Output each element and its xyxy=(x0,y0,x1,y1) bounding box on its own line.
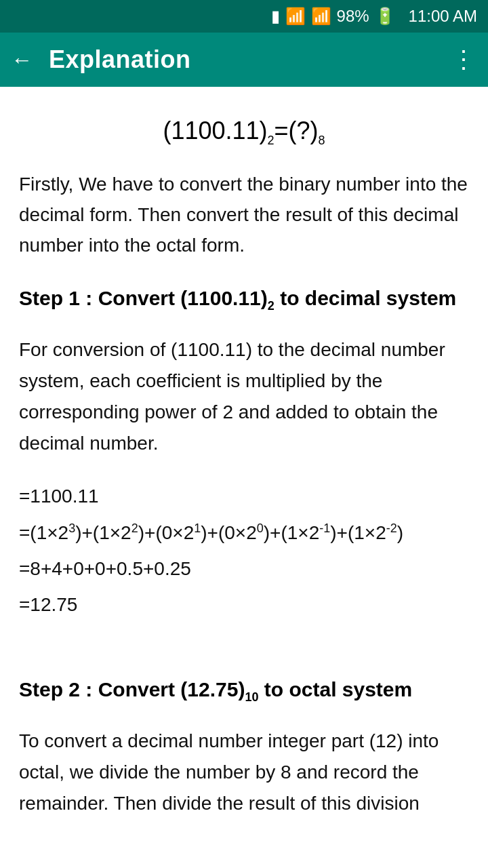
math-line-1: =1100.11 xyxy=(19,478,469,514)
math-calculations: =1100.11 =(1×23)+(1×22)+(0×21)+(0×20)+(1… xyxy=(19,478,469,623)
step1-body: For conversion of (1100.11) to the decim… xyxy=(19,334,469,460)
battery-text: 98% xyxy=(337,7,369,26)
clock: 11:00 AM xyxy=(409,7,477,26)
sim-icon: ▮ xyxy=(271,7,280,26)
signal2-icon: 📶 xyxy=(311,7,331,26)
battery-icon: 🔋 xyxy=(375,7,395,26)
spacer xyxy=(19,642,469,663)
more-options-button[interactable]: ⋮ xyxy=(451,45,477,74)
math-line-4: =12.75 xyxy=(19,587,469,623)
intro-paragraph: Firstly, We have to convert the binary n… xyxy=(19,170,469,260)
status-bar: ▮ 📶 📶 98% 🔋 11:00 AM xyxy=(0,0,488,33)
math-line-3: =8+4+0+0+0.5+0.25 xyxy=(19,551,469,587)
content-area: (1100.11)2=(?)8 Firstly, We have to conv… xyxy=(0,87,488,836)
page-title: Explanation xyxy=(49,45,451,74)
math-line-2: =(1×23)+(1×22)+(0×21)+(0×20)+(1×2-1)+(1×… xyxy=(19,515,469,551)
step1-heading: Step 1 : Convert (1100.11)2 to decimal s… xyxy=(19,283,469,315)
app-bar: ← Explanation ⋮ xyxy=(0,33,488,87)
status-icons: ▮ 📶 📶 98% 🔋 11:00 AM xyxy=(271,7,477,26)
step2-body: To convert a decimal number integer part… xyxy=(19,726,469,820)
back-button[interactable]: ← xyxy=(11,47,33,73)
signal-icon: 📶 xyxy=(285,7,306,26)
main-formula: (1100.11)2=(?)8 xyxy=(19,117,469,148)
step2-heading: Step 2 : Convert (12.75)10 to octal syst… xyxy=(19,674,469,707)
